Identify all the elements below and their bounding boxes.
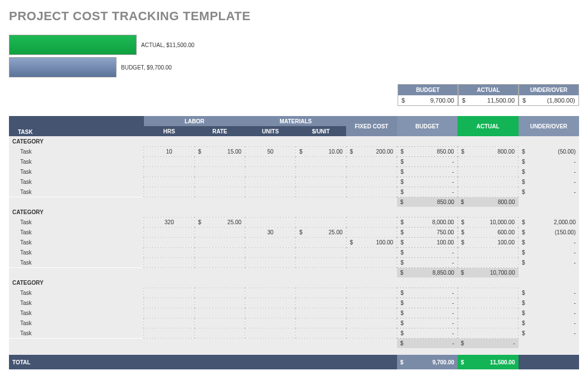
perunit-cell[interactable] [296,298,346,308]
task-cell[interactable]: Task [9,308,144,318]
hrs-cell[interactable] [144,187,194,197]
actual-cell[interactable] [458,156,518,166]
hrs-cell[interactable] [144,328,194,338]
fixed-cell[interactable] [346,247,396,257]
actual-cell[interactable] [458,318,518,328]
rate-cell[interactable] [194,257,245,267]
task-cell[interactable]: Task [9,237,144,247]
actual-cell[interactable]: $100.00 [458,237,518,247]
units-cell[interactable] [245,237,296,247]
perunit-cell[interactable] [296,288,346,298]
task-cell[interactable]: Task [9,227,144,237]
perunit-cell[interactable] [296,318,346,328]
task-cell[interactable]: Task [9,328,144,338]
task-cell[interactable]: Task [9,156,144,166]
hrs-cell[interactable] [144,227,194,237]
perunit-cell[interactable] [296,237,346,247]
fixed-cell[interactable] [346,257,396,267]
actual-cell[interactable] [458,308,518,318]
units-cell[interactable] [245,156,296,166]
rate-cell[interactable]: $25.00 [194,217,245,227]
fixed-cell[interactable]: $100.00 [346,237,396,247]
units-cell[interactable] [245,288,296,298]
rate-cell[interactable] [194,328,245,338]
perunit-cell[interactable] [296,257,346,267]
actual-cell[interactable] [458,328,518,338]
task-cell[interactable]: Task [9,288,144,298]
actual-cell[interactable]: $10,000.00 [458,217,518,227]
task-cell[interactable]: Task [9,298,144,308]
task-cell[interactable]: Task [9,257,144,267]
perunit-cell[interactable] [296,308,346,318]
perunit-cell[interactable] [296,156,346,166]
hrs-cell[interactable] [144,308,194,318]
rate-cell[interactable] [194,298,245,308]
actual-cell[interactable]: $600.00 [458,227,518,237]
fixed-cell[interactable] [346,308,396,318]
actual-cell[interactable] [458,298,518,308]
fixed-cell[interactable] [346,288,396,298]
rate-cell[interactable] [194,156,245,166]
rate-cell[interactable]: $15.00 [194,146,245,156]
fixed-cell[interactable] [346,227,396,237]
actual-cell[interactable] [458,166,518,177]
fixed-cell[interactable]: $200.00 [346,146,396,156]
actual-cell[interactable] [458,177,518,187]
units-cell[interactable] [245,298,296,308]
fixed-cell[interactable] [346,187,396,197]
fixed-cell[interactable] [346,166,396,177]
hrs-cell[interactable] [144,177,194,187]
rate-cell[interactable] [194,187,245,197]
perunit-cell[interactable]: $10.00 [296,146,346,156]
rate-cell[interactable] [194,288,245,298]
fixed-cell[interactable] [346,318,396,328]
perunit-cell[interactable] [296,177,346,187]
hrs-cell[interactable] [144,257,194,267]
hrs-cell[interactable] [144,156,194,166]
perunit-cell[interactable] [296,247,346,257]
task-cell[interactable]: Task [9,187,144,197]
perunit-cell[interactable]: $25.00 [296,227,346,237]
fixed-cell[interactable] [346,217,396,227]
task-cell[interactable]: Task [9,217,144,227]
perunit-cell[interactable] [296,187,346,197]
hrs-cell[interactable] [144,288,194,298]
units-cell[interactable] [245,217,296,227]
actual-cell[interactable] [458,288,518,298]
hrs-cell[interactable] [144,247,194,257]
actual-cell[interactable]: $800.00 [458,146,518,156]
task-cell[interactable]: Task [9,247,144,257]
rate-cell[interactable] [194,318,245,328]
hrs-cell[interactable] [144,166,194,177]
actual-cell[interactable] [458,187,518,197]
perunit-cell[interactable] [296,166,346,177]
task-cell[interactable]: Task [9,318,144,328]
perunit-cell[interactable] [296,217,346,227]
perunit-cell[interactable] [296,328,346,338]
units-cell[interactable] [245,308,296,318]
rate-cell[interactable] [194,237,245,247]
units-cell[interactable] [245,328,296,338]
fixed-cell[interactable] [346,298,396,308]
units-cell[interactable]: 50 [245,146,296,156]
actual-cell[interactable] [458,247,518,257]
units-cell[interactable] [245,247,296,257]
task-cell[interactable]: Task [9,177,144,187]
units-cell[interactable] [245,318,296,328]
actual-cell[interactable] [458,257,518,267]
hrs-cell[interactable] [144,298,194,308]
units-cell[interactable] [245,187,296,197]
fixed-cell[interactable] [346,328,396,338]
hrs-cell[interactable] [144,237,194,247]
task-cell[interactable]: Task [9,166,144,177]
units-cell[interactable] [245,257,296,267]
fixed-cell[interactable] [346,177,396,187]
fixed-cell[interactable] [346,156,396,166]
rate-cell[interactable] [194,308,245,318]
hrs-cell[interactable]: 320 [144,217,194,227]
rate-cell[interactable] [194,166,245,177]
hrs-cell[interactable] [144,318,194,328]
units-cell[interactable]: 30 [245,227,296,237]
task-cell[interactable]: Task [9,146,144,156]
hrs-cell[interactable]: 10 [144,146,194,156]
